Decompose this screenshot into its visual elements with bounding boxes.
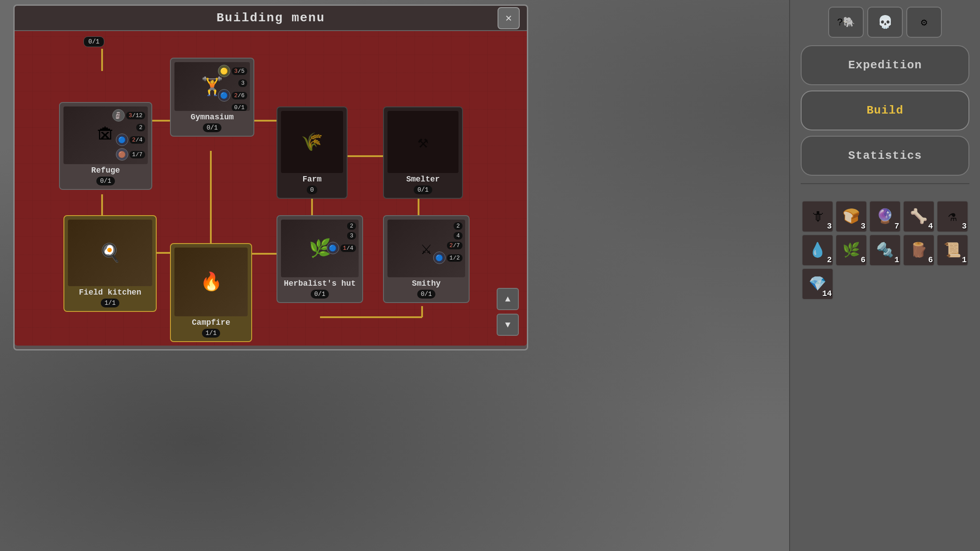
inv-count-1: 3 <box>827 222 832 231</box>
inventory-grid: 🗡 3 🍞 3 🔮 7 🦴 4 ⚗ 3 💧 <box>802 201 968 300</box>
inv-slot-10[interactable]: 📜 1 <box>937 234 968 266</box>
build-button[interactable]: Build <box>801 91 969 130</box>
statistics-label: Statistics <box>848 149 922 162</box>
menu-content: 0/1 🏚 🗿 <box>15 31 527 346</box>
building-card-smelter[interactable]: ⚒ Smelter 0/1 <box>383 106 463 199</box>
top-node-badge: 0/1 <box>83 36 104 47</box>
refuge-label: Refuge <box>63 166 148 175</box>
smelter-label: Smelter <box>387 175 458 184</box>
gymnasium-badge: 0/1 <box>203 123 221 132</box>
panel-top-icons: ?🐘 💀 ⚙ <box>828 7 942 38</box>
gymnasium-label: Gymnasium <box>174 113 250 122</box>
inv-count-10: 1 <box>962 256 967 264</box>
smithy-badge: 0/1 <box>417 290 435 299</box>
expedition-button[interactable]: Expedition <box>801 45 969 85</box>
inv-slot-2[interactable]: 🍞 3 <box>835 201 867 232</box>
smelter-art: ⚒ <box>387 111 458 173</box>
connector-line <box>421 306 423 317</box>
farm-art: 🌾 <box>281 111 343 173</box>
field-kitchen-art: 🍳 <box>68 220 152 286</box>
inv-slot-7[interactable]: 🌿 6 <box>835 234 867 266</box>
inv-count-11: 14 <box>822 289 832 298</box>
statistics-button[interactable]: Statistics <box>801 136 969 176</box>
inv-slot-5[interactable]: ⚗ 3 <box>937 201 968 232</box>
smithy-badges: 2 4 2/7 🔵 1/2 <box>433 222 462 264</box>
connector-line <box>101 49 103 71</box>
connector-line <box>320 316 422 318</box>
help-elephant-button[interactable]: ?🐘 <box>828 7 864 38</box>
herbalist-badge: 0/1 <box>311 290 329 299</box>
inv-slot-8[interactable]: 🔩 1 <box>869 234 901 266</box>
building-menu-modal: Building menu ✕ 0/1 <box>13 4 528 350</box>
inv-slot-9[interactable]: 🪵 6 <box>903 234 935 266</box>
gymnasium-badges: 🟡 3/5 3 🔵 2/6 0/1 <box>218 65 247 111</box>
refuge-badge: 0/1 <box>96 177 115 185</box>
campfire-label: Campfire <box>174 318 248 327</box>
menu-header: Building menu ✕ <box>15 6 527 31</box>
building-card-refuge[interactable]: 🏚 🗿 3/12 2 🔵 2/4 🟤 1/7 <box>59 102 152 190</box>
expedition-label: Expedition <box>848 59 922 72</box>
smelter-badge: 0/1 <box>414 185 432 194</box>
menu-title: Building menu <box>217 11 325 25</box>
field-kitchen-label: Field kitchen <box>68 288 152 297</box>
refuge-badges: 🗿 3/12 2 🔵 2/4 🟤 1/7 <box>112 109 145 161</box>
farm-label: Farm <box>281 175 343 184</box>
panel-divider <box>801 183 969 184</box>
inv-slot-1[interactable]: 🗡 3 <box>802 201 834 232</box>
connector-line <box>210 151 212 253</box>
farm-badge: 0 <box>307 185 317 194</box>
scroll-up-button[interactable]: ▲ <box>497 288 519 310</box>
building-card-campfire[interactable]: 🔥 Campfire 1/1 <box>170 243 252 342</box>
settings-button[interactable]: ⚙ <box>906 7 942 38</box>
inventory-row-1: 🗡 3 🍞 3 🔮 7 🦴 4 ⚗ 3 <box>802 201 968 232</box>
inventory-row-3: 💎 14 <box>802 268 968 300</box>
herbalist-badges: 2 3 🔵 1/4 <box>327 222 356 254</box>
inv-slot-3[interactable]: 🔮 7 <box>869 201 901 232</box>
building-card-farm[interactable]: 🌾 Farm 0 <box>277 106 348 199</box>
build-label: Build <box>866 104 903 117</box>
building-card-gymnasium[interactable]: 🏋 🟡 3/5 3 🔵 2/6 0/1 Gymnasium <box>170 58 254 137</box>
campfire-art: 🔥 <box>174 248 248 316</box>
skull-button[interactable]: 💀 <box>867 7 903 38</box>
inv-slot-6[interactable]: 💧 2 <box>802 234 834 266</box>
building-card-herbalist[interactable]: 🌿 2 3 🔵 1/4 Herbalist's hut 0/1 <box>277 215 363 303</box>
campfire-badge: 1/1 <box>202 329 220 338</box>
inv-count-6: 2 <box>827 256 832 264</box>
inv-count-7: 6 <box>861 256 865 264</box>
field-kitchen-badge: 1/1 <box>101 299 119 307</box>
building-card-field-kitchen[interactable]: 🍳 Field kitchen 1/1 <box>63 215 157 312</box>
inv-count-8: 1 <box>894 256 899 264</box>
close-button[interactable]: ✕ <box>498 7 520 29</box>
inv-count-4: 4 <box>928 222 933 231</box>
inv-slot-4[interactable]: 🦴 4 <box>903 201 935 232</box>
herbalist-label: Herbalist's hut <box>281 279 359 288</box>
scroll-down-button[interactable]: ▼ <box>497 314 519 336</box>
inventory-row-2: 💧 2 🌿 6 🔩 1 🪵 6 📜 1 <box>802 234 968 266</box>
smithy-label: Smithy <box>387 279 465 288</box>
building-card-smithy[interactable]: ⚔ 2 4 2/7 🔵 1/2 Smithy 0/1 <box>383 215 470 303</box>
inv-count-5: 3 <box>962 222 967 231</box>
inv-count-2: 3 <box>861 222 865 231</box>
inv-count-9: 6 <box>928 256 933 264</box>
right-panel: ?🐘 💀 ⚙ Expedition Build Statistics 🗡 3 🍞… <box>789 0 980 551</box>
inv-count-3: 7 <box>894 222 899 231</box>
inv-slot-11[interactable]: 💎 14 <box>802 268 834 300</box>
